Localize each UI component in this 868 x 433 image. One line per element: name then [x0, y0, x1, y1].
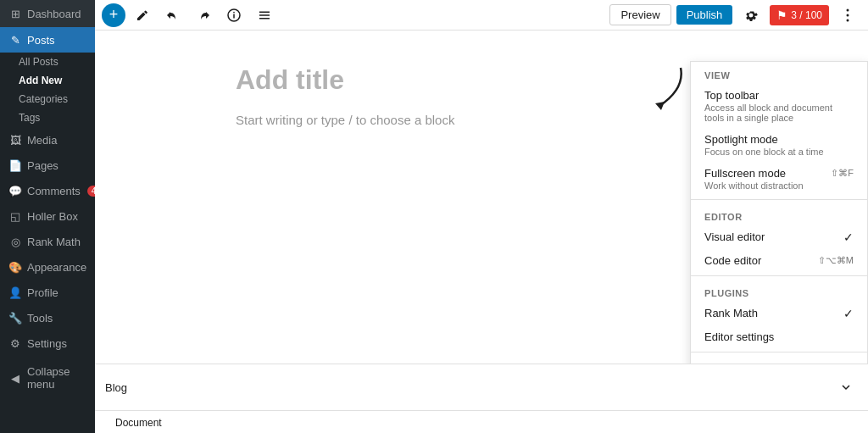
sidebar: ⊞ Dashboard ✎ Posts All Posts Add New Ca…: [0, 0, 95, 433]
posts-icon: ✎: [8, 33, 22, 47]
sidebar-item-profile[interactable]: 👤 Profile: [0, 280, 95, 305]
add-block-toolbar-button[interactable]: +: [102, 3, 125, 27]
chevron-down-button[interactable]: [834, 375, 858, 399]
pencil-icon: [136, 8, 149, 22]
tools-section-label: TOOLS: [691, 356, 867, 364]
sidebar-item-media[interactable]: 🖼 Media: [0, 127, 95, 153]
curved-arrow-indicator: [643, 64, 685, 114]
collapse-icon: ◀: [8, 371, 22, 385]
sidebar-item-settings[interactable]: ⚙ Settings: [0, 330, 95, 356]
more-options-button[interactable]: [834, 2, 861, 29]
svg-point-8: [847, 19, 849, 21]
dropdown-item-visual-editor[interactable]: Visual editor ✓: [691, 225, 867, 249]
sidebar-item-label: Pages: [27, 159, 58, 172]
publish-button[interactable]: Publish: [676, 5, 733, 25]
svg-rect-1: [233, 14, 235, 18]
editor-body[interactable]: Add title Start writing or type / to cho…: [95, 31, 868, 364]
settings-gear-button[interactable]: [737, 2, 765, 29]
svg-rect-3: [259, 11, 270, 13]
pages-icon: 📄: [8, 158, 22, 172]
svg-rect-5: [259, 18, 270, 19]
sidebar-item-label: Comments: [27, 185, 81, 197]
sidebar-subitem-categories[interactable]: Categories: [0, 90, 95, 108]
sidebar-item-label: Rank Math: [27, 236, 81, 248]
sidebar-item-dashboard[interactable]: ⊞ Dashboard: [0, 0, 95, 27]
undo-button[interactable]: [159, 2, 186, 29]
svg-point-7: [847, 14, 849, 16]
svg-point-6: [847, 8, 849, 11]
divider-1: [691, 199, 867, 200]
sidebar-subitem-add-new[interactable]: Add New: [0, 71, 95, 90]
sidebar-item-label: Tools: [27, 312, 53, 325]
plugins-section-label: PLUGINS: [691, 280, 867, 302]
wp-logo: ⚑: [776, 8, 787, 22]
dropdown-item-rank-math[interactable]: Rank Math ✓: [691, 302, 867, 325]
rank-math-checkmark: ✓: [843, 307, 854, 320]
sidebar-item-rank-math[interactable]: ◎ Rank Math: [0, 229, 95, 254]
divider-3: [691, 352, 867, 353]
sidebar-item-label: Profile: [27, 286, 58, 299]
toolbar-right: Preview Publish ⚑ 3 / 100: [609, 2, 861, 29]
start-writing-hint: Start writing or type / to choose a bloc…: [236, 113, 454, 127]
document-label: Document: [105, 417, 172, 429]
edit-icon-button[interactable]: [129, 2, 156, 29]
sidebar-item-appearance[interactable]: 🎨 Appearance: [0, 254, 95, 280]
info-icon: [227, 8, 241, 22]
undo-icon: [166, 8, 180, 22]
dashboard-icon: ⊞: [8, 7, 22, 20]
sidebar-item-label: Holler Box: [27, 210, 78, 223]
chevron-down-icon: [841, 382, 851, 392]
sidebar-item-label: Appearance: [27, 261, 86, 274]
editor-section-label: EDITOR: [691, 203, 867, 225]
sidebar-item-pages[interactable]: 📄 Pages: [0, 153, 95, 178]
collapse-menu-button[interactable]: ◀ Collapse menu: [0, 359, 95, 397]
svg-marker-9: [655, 102, 665, 110]
divider-2: [691, 275, 867, 276]
list-icon: [258, 8, 271, 22]
hollerbox-icon: ◱: [8, 209, 22, 223]
settings-icon: ⚙: [8, 336, 22, 350]
svg-point-2: [233, 11, 235, 13]
info-button[interactable]: [220, 2, 248, 29]
gear-icon: [743, 8, 759, 23]
redo-button[interactable]: [190, 2, 217, 29]
comments-icon: 💬: [8, 184, 22, 197]
rankmath-icon: ◎: [8, 235, 22, 248]
sidebar-item-comments[interactable]: 💬 Comments 4: [0, 178, 95, 203]
dropdown-item-top-toolbar[interactable]: Top toolbar Access all block and documen…: [691, 84, 867, 128]
view-section-label: VIEW: [691, 62, 867, 84]
sidebar-subitem-tags[interactable]: Tags: [0, 108, 95, 127]
collapse-menu-label: Collapse menu: [27, 365, 86, 391]
score-label: 3 / 100: [791, 9, 822, 21]
visual-editor-checkmark: ✓: [843, 230, 854, 244]
rank-math-score-button[interactable]: ⚑ 3 / 100: [770, 5, 829, 25]
appearance-icon: 🎨: [8, 260, 22, 274]
main-editor: + Preview Publish ⚑ 3 / 100: [95, 0, 868, 433]
profile-icon: 👤: [8, 286, 22, 299]
dropdown-item-spotlight-mode[interactable]: Spotlight mode Focus on one block at a t…: [691, 128, 867, 162]
preview-button[interactable]: Preview: [609, 4, 670, 25]
sidebar-item-label: Posts: [27, 34, 55, 47]
dropdown-item-fullscreen-mode[interactable]: Fullscreen mode Work without distraction…: [691, 162, 867, 196]
sidebar-item-label: Dashboard: [27, 8, 81, 20]
editor-toolbar: + Preview Publish ⚑ 3 / 100: [95, 0, 868, 31]
sidebar-item-holler-box[interactable]: ◱ Holler Box: [0, 203, 95, 229]
sidebar-subitem-all-posts[interactable]: All Posts: [0, 53, 95, 71]
sidebar-item-tools[interactable]: 🔧 Tools: [0, 305, 95, 330]
tools-icon: 🔧: [8, 311, 22, 325]
bottom-bar: Blog: [95, 364, 868, 410]
redo-icon: [197, 8, 210, 22]
three-dots-icon: [840, 8, 855, 23]
blog-label: Blog: [105, 381, 834, 394]
svg-rect-4: [259, 14, 270, 16]
dropdown-item-code-editor[interactable]: Code editor ⇧⌥⌘M: [691, 249, 867, 272]
options-dropdown-panel: VIEW Top toolbar Access all block and do…: [690, 61, 868, 364]
list-view-button[interactable]: [251, 2, 278, 29]
media-icon: 🖼: [8, 133, 22, 147]
dropdown-item-editor-settings[interactable]: Editor settings: [691, 325, 867, 348]
sidebar-item-posts[interactable]: ✎ Posts: [0, 27, 95, 53]
sidebar-item-label: Media: [27, 134, 57, 147]
sidebar-item-label: Settings: [27, 337, 67, 350]
